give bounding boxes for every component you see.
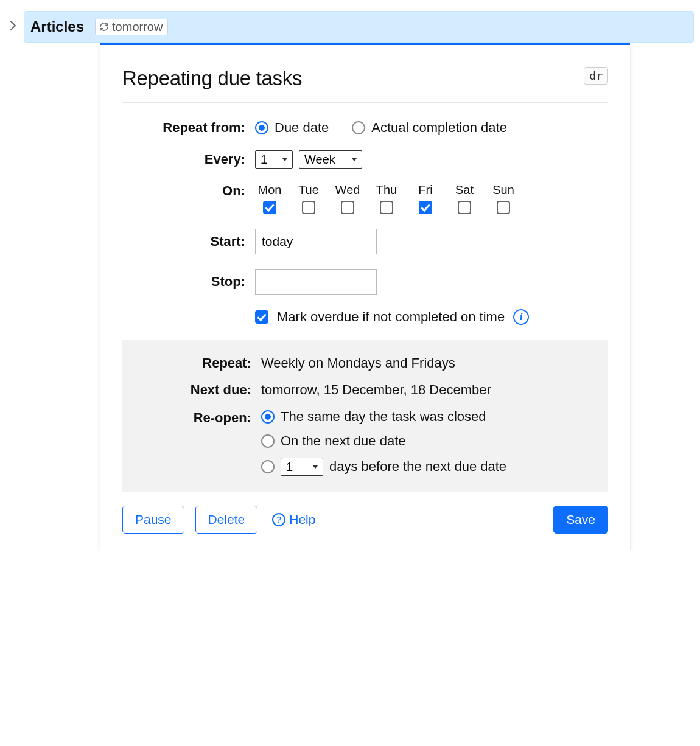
value-summary-repeat: Weekly on Mondays and Fridays <box>261 355 602 371</box>
overdue-checkbox[interactable] <box>255 310 268 324</box>
day-checkbox-mon[interactable] <box>263 201 276 214</box>
help-link[interactable]: ? Help <box>268 506 319 533</box>
day-label: Thu <box>376 183 397 197</box>
day-col-fri: Fri <box>411 183 440 214</box>
radio-reopen-days-before[interactable]: 1 days before the next due date <box>261 458 506 476</box>
panel: Repeating due tasks dr Repeat from: Due … <box>100 43 630 551</box>
label-every: Every: <box>122 152 255 167</box>
label-start: Start: <box>122 234 255 249</box>
divider <box>122 102 608 103</box>
day-checkbox-sat[interactable] <box>458 201 471 214</box>
row-overdue: Mark overdue if not completed on time i <box>122 309 608 325</box>
radio-label: Due date <box>275 120 329 136</box>
day-checkbox-wed[interactable] <box>341 201 354 214</box>
reopen-days-select[interactable]: 1 <box>281 458 323 476</box>
day-label: Fri <box>418 183 432 197</box>
radio-label: Actual completion date <box>371 120 507 136</box>
day-checkbox-tue[interactable] <box>302 201 315 214</box>
summary-box: Repeat: Weekly on Mondays and Fridays Ne… <box>122 340 608 492</box>
row-summary-nextdue: Next due: tomorrow, 15 December, 18 Dece… <box>128 382 602 398</box>
every-unit-select[interactable]: Week <box>299 150 362 169</box>
radio-label: The same day the task was closed <box>281 409 486 425</box>
day-checkbox-fri[interactable] <box>419 201 432 214</box>
pause-button[interactable]: Pause <box>122 506 184 534</box>
divider <box>122 492 608 492</box>
reopen-options: The same day the task was closed On the … <box>261 409 506 476</box>
breadcrumb-title: Articles <box>30 18 84 35</box>
radio-icon <box>261 460 275 473</box>
row-every: Every: 1 Week <box>122 150 608 169</box>
label-summary-repeat: Repeat: <box>128 355 261 371</box>
header-bar: Articles tomorrow <box>0 0 700 43</box>
every-count-select-wrap: 1 <box>255 150 293 169</box>
due-token[interactable]: tomorrow <box>95 19 168 35</box>
day-label: Wed <box>335 183 360 197</box>
value-summary-nextdue: tomorrow, 15 December, 18 December <box>261 382 602 398</box>
shortcut-badge: dr <box>584 67 608 85</box>
save-button[interactable]: Save <box>553 506 608 534</box>
day-label: Sat <box>455 183 474 197</box>
row-repeat-from: Repeat from: Due date Actual completion … <box>122 120 608 136</box>
radio-icon <box>261 434 275 448</box>
delete-button[interactable]: Delete <box>195 506 258 534</box>
day-col-mon: Mon <box>255 183 284 214</box>
row-start: Start: <box>122 229 608 254</box>
radio-actual-completion[interactable]: Actual completion date <box>352 120 507 136</box>
footer: Pause Delete ? Help Save <box>122 506 608 534</box>
day-col-sat: Sat <box>450 183 479 214</box>
start-input[interactable] <box>255 229 377 254</box>
day-col-sun: Sun <box>489 183 518 214</box>
due-token-label: tomorrow <box>112 20 163 34</box>
label-repeat-from: Repeat from: <box>122 120 255 136</box>
reopen-days-select-wrap: 1 <box>281 458 323 476</box>
radio-reopen-same-day[interactable]: The same day the task was closed <box>261 409 506 425</box>
radio-icon <box>255 121 268 134</box>
radio-reopen-next-due[interactable]: On the next due date <box>261 433 506 449</box>
label-summary-reopen: Re-open: <box>128 409 261 426</box>
day-col-tue: Tue <box>294 183 323 214</box>
panel-title: Repeating due tasks <box>122 67 302 90</box>
day-col-wed: Wed <box>333 183 362 214</box>
days-grid: MonTueWedThuFriSatSun <box>255 183 518 214</box>
row-on: On: MonTueWedThuFriSatSun <box>122 183 608 214</box>
chevron-right-icon[interactable] <box>6 20 24 34</box>
day-checkbox-sun[interactable] <box>497 201 510 214</box>
row-summary-reopen: Re-open: The same day the task was close… <box>128 409 602 476</box>
day-checkbox-thu[interactable] <box>380 201 393 214</box>
row-stop: Stop: <box>122 269 608 295</box>
radio-icon <box>352 121 365 134</box>
breadcrumb-pill[interactable]: Articles tomorrow <box>24 11 694 43</box>
row-summary-repeat: Repeat: Weekly on Mondays and Fridays <box>128 355 602 371</box>
overdue-label: Mark overdue if not completed on time <box>277 309 505 325</box>
radio-label: On the next due date <box>281 433 406 449</box>
radio-label: days before the next due date <box>329 459 506 475</box>
label-stop: Stop: <box>122 274 255 290</box>
label-summary-nextdue: Next due: <box>128 382 261 398</box>
day-label: Sun <box>492 183 514 197</box>
every-count-select[interactable]: 1 <box>255 150 293 169</box>
radio-icon <box>261 410 275 424</box>
help-icon: ? <box>272 513 285 526</box>
every-unit-select-wrap: Week <box>299 150 362 169</box>
radio-due-date[interactable]: Due date <box>255 120 329 136</box>
day-label: Mon <box>258 183 282 197</box>
day-col-thu: Thu <box>372 183 401 214</box>
label-on: On: <box>122 183 255 199</box>
stop-input[interactable] <box>255 269 377 295</box>
day-label: Tue <box>298 183 319 197</box>
info-icon[interactable]: i <box>513 309 529 325</box>
help-label: Help <box>289 512 315 527</box>
repeat-icon <box>99 22 109 32</box>
